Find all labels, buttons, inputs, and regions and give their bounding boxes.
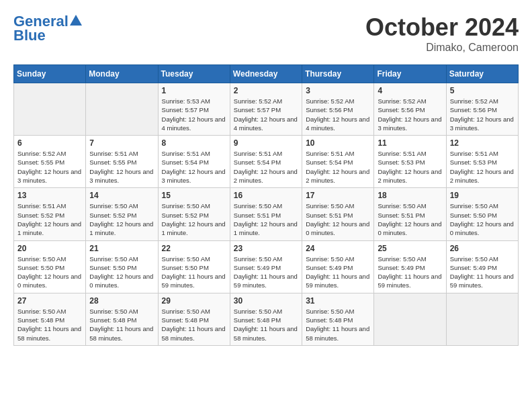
- day-info: Sunrise: 5:50 AM Sunset: 5:49 PM Dayligh…: [234, 255, 298, 290]
- day-info: Sunrise: 5:51 AM Sunset: 5:54 PM Dayligh…: [306, 149, 370, 185]
- calendar-cell: 3Sunrise: 5:52 AM Sunset: 5:56 PM Daylig…: [302, 83, 374, 136]
- svg-marker-0: [70, 15, 82, 26]
- calendar-cell: 19Sunrise: 5:50 AM Sunset: 5:50 PM Dayli…: [446, 188, 518, 240]
- month-title: October 2024: [365, 13, 519, 42]
- day-info: Sunrise: 5:52 AM Sunset: 5:56 PM Dayligh…: [378, 97, 442, 132]
- day-number: 10: [306, 138, 370, 148]
- day-number: 28: [89, 296, 154, 306]
- day-info: Sunrise: 5:51 AM Sunset: 5:54 PM Dayligh…: [162, 149, 226, 185]
- calendar-cell: 16Sunrise: 5:50 AM Sunset: 5:51 PM Dayli…: [230, 188, 302, 240]
- day-number: 13: [17, 191, 82, 200]
- day-number: 23: [234, 244, 298, 253]
- day-info: Sunrise: 5:50 AM Sunset: 5:52 PM Dayligh…: [89, 201, 154, 237]
- calendar-cell: 9Sunrise: 5:51 AM Sunset: 5:54 PM Daylig…: [230, 136, 302, 188]
- calendar-cell: 21Sunrise: 5:50 AM Sunset: 5:50 PM Dayli…: [86, 240, 158, 293]
- calendar-cell: 30Sunrise: 5:50 AM Sunset: 5:48 PM Dayli…: [230, 293, 302, 345]
- day-info: Sunrise: 5:52 AM Sunset: 5:56 PM Dayligh…: [450, 97, 515, 132]
- weekday-header: Wednesday: [230, 65, 302, 83]
- day-info: Sunrise: 5:50 AM Sunset: 5:50 PM Dayligh…: [17, 255, 82, 290]
- calendar-week-row: 6Sunrise: 5:52 AM Sunset: 5:55 PM Daylig…: [14, 136, 519, 188]
- day-number: 20: [17, 244, 82, 253]
- calendar-cell: [446, 293, 518, 345]
- day-number: 8: [162, 138, 226, 148]
- calendar-cell: 27Sunrise: 5:50 AM Sunset: 5:48 PM Dayli…: [14, 293, 86, 345]
- calendar-cell: 15Sunrise: 5:50 AM Sunset: 5:52 PM Dayli…: [158, 188, 230, 240]
- calendar-header-row: SundayMondayTuesdayWednesdayThursdayFrid…: [14, 65, 519, 83]
- day-info: Sunrise: 5:50 AM Sunset: 5:50 PM Dayligh…: [89, 255, 154, 290]
- day-info: Sunrise: 5:50 AM Sunset: 5:51 PM Dayligh…: [306, 201, 370, 237]
- calendar-cell: 28Sunrise: 5:50 AM Sunset: 5:48 PM Dayli…: [86, 293, 158, 345]
- day-info: Sunrise: 5:50 AM Sunset: 5:51 PM Dayligh…: [234, 201, 298, 237]
- day-number: 17: [306, 191, 370, 200]
- calendar-cell: 11Sunrise: 5:51 AM Sunset: 5:53 PM Dayli…: [374, 136, 446, 188]
- day-info: Sunrise: 5:51 AM Sunset: 5:53 PM Dayligh…: [378, 149, 442, 185]
- weekday-header: Saturday: [446, 65, 518, 83]
- day-number: 29: [162, 296, 226, 306]
- calendar-week-row: 1Sunrise: 5:53 AM Sunset: 5:57 PM Daylig…: [14, 83, 519, 136]
- calendar-cell: 7Sunrise: 5:51 AM Sunset: 5:55 PM Daylig…: [86, 136, 158, 188]
- day-number: 7: [89, 138, 154, 148]
- calendar-cell: [14, 83, 86, 136]
- day-info: Sunrise: 5:53 AM Sunset: 5:57 PM Dayligh…: [162, 97, 226, 132]
- weekday-header: Friday: [374, 65, 446, 83]
- calendar-week-row: 13Sunrise: 5:51 AM Sunset: 5:52 PM Dayli…: [14, 188, 519, 240]
- weekday-header: Monday: [86, 65, 158, 83]
- day-info: Sunrise: 5:50 AM Sunset: 5:50 PM Dayligh…: [162, 255, 226, 290]
- day-number: 9: [234, 138, 298, 148]
- calendar-cell: 31Sunrise: 5:50 AM Sunset: 5:48 PM Dayli…: [302, 293, 374, 345]
- day-info: Sunrise: 5:50 AM Sunset: 5:48 PM Dayligh…: [162, 307, 226, 342]
- day-number: 5: [450, 86, 515, 95]
- calendar-cell: 1Sunrise: 5:53 AM Sunset: 5:57 PM Daylig…: [158, 83, 230, 136]
- day-number: 24: [306, 244, 370, 253]
- day-number: 25: [378, 244, 442, 253]
- calendar-cell: 10Sunrise: 5:51 AM Sunset: 5:54 PM Dayli…: [302, 136, 374, 188]
- calendar-cell: 26Sunrise: 5:50 AM Sunset: 5:49 PM Dayli…: [446, 240, 518, 293]
- day-number: 27: [17, 296, 82, 306]
- page-header: General Blue October 2024 Dimako, Camero…: [13, 13, 519, 54]
- day-number: 22: [162, 244, 226, 253]
- day-info: Sunrise: 5:50 AM Sunset: 5:48 PM Dayligh…: [17, 307, 82, 342]
- day-info: Sunrise: 5:50 AM Sunset: 5:50 PM Dayligh…: [450, 201, 515, 237]
- calendar-cell: 29Sunrise: 5:50 AM Sunset: 5:48 PM Dayli…: [158, 293, 230, 345]
- day-info: Sunrise: 5:51 AM Sunset: 5:53 PM Dayligh…: [450, 149, 515, 185]
- day-number: 16: [234, 191, 298, 200]
- calendar-week-row: 20Sunrise: 5:50 AM Sunset: 5:50 PM Dayli…: [14, 240, 519, 293]
- calendar-table: SundayMondayTuesdayWednesdayThursdayFrid…: [13, 64, 519, 346]
- calendar-cell: 13Sunrise: 5:51 AM Sunset: 5:52 PM Dayli…: [14, 188, 86, 240]
- day-number: 19: [450, 191, 515, 200]
- calendar-cell: 23Sunrise: 5:50 AM Sunset: 5:49 PM Dayli…: [230, 240, 302, 293]
- logo-icon: [70, 14, 82, 26]
- calendar-cell: 12Sunrise: 5:51 AM Sunset: 5:53 PM Dayli…: [446, 136, 518, 188]
- day-number: 30: [234, 296, 298, 306]
- day-info: Sunrise: 5:52 AM Sunset: 5:56 PM Dayligh…: [306, 97, 370, 132]
- weekday-header: Sunday: [14, 65, 86, 83]
- day-number: 4: [378, 86, 442, 95]
- calendar-cell: 17Sunrise: 5:50 AM Sunset: 5:51 PM Dayli…: [302, 188, 374, 240]
- day-info: Sunrise: 5:50 AM Sunset: 5:49 PM Dayligh…: [306, 255, 370, 290]
- calendar-cell: 25Sunrise: 5:50 AM Sunset: 5:49 PM Dayli…: [374, 240, 446, 293]
- day-info: Sunrise: 5:51 AM Sunset: 5:55 PM Dayligh…: [89, 149, 154, 185]
- day-info: Sunrise: 5:52 AM Sunset: 5:55 PM Dayligh…: [17, 149, 82, 185]
- day-number: 6: [17, 138, 82, 148]
- day-number: 12: [450, 138, 515, 148]
- calendar-cell: 5Sunrise: 5:52 AM Sunset: 5:56 PM Daylig…: [446, 83, 518, 136]
- calendar-cell: [86, 83, 158, 136]
- title-block: October 2024 Dimako, Cameroon: [365, 13, 519, 54]
- day-info: Sunrise: 5:51 AM Sunset: 5:52 PM Dayligh…: [17, 201, 82, 237]
- day-number: 31: [306, 296, 370, 306]
- day-number: 18: [378, 191, 442, 200]
- day-number: 11: [378, 138, 442, 148]
- weekday-header: Tuesday: [158, 65, 230, 83]
- day-info: Sunrise: 5:50 AM Sunset: 5:48 PM Dayligh…: [306, 307, 370, 342]
- calendar-cell: 14Sunrise: 5:50 AM Sunset: 5:52 PM Dayli…: [86, 188, 158, 240]
- calendar-cell: 2Sunrise: 5:52 AM Sunset: 5:57 PM Daylig…: [230, 83, 302, 136]
- day-number: 26: [450, 244, 515, 253]
- day-info: Sunrise: 5:52 AM Sunset: 5:57 PM Dayligh…: [234, 97, 298, 132]
- logo: General Blue: [13, 13, 82, 44]
- calendar-cell: 6Sunrise: 5:52 AM Sunset: 5:55 PM Daylig…: [14, 136, 86, 188]
- location: Dimako, Cameroon: [365, 42, 519, 54]
- day-info: Sunrise: 5:50 AM Sunset: 5:49 PM Dayligh…: [378, 255, 442, 290]
- day-info: Sunrise: 5:50 AM Sunset: 5:48 PM Dayligh…: [234, 307, 298, 342]
- day-info: Sunrise: 5:51 AM Sunset: 5:54 PM Dayligh…: [234, 149, 298, 185]
- calendar-cell: 20Sunrise: 5:50 AM Sunset: 5:50 PM Dayli…: [14, 240, 86, 293]
